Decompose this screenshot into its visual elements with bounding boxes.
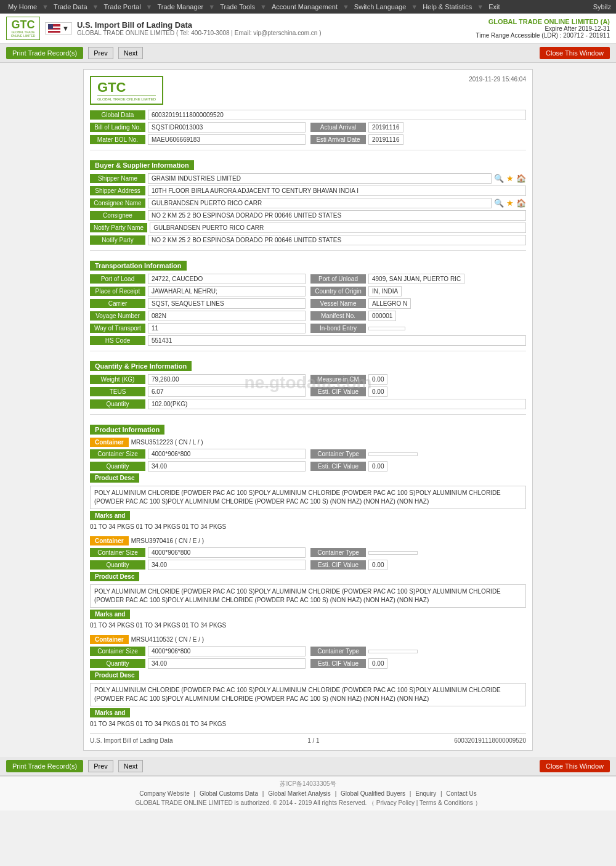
teus-cif-row: TEUS 6.07 Esti. CIF Value 0.00 [90, 386, 526, 397]
container-type-label-2: Container Type [310, 548, 366, 557]
container-qty-label-2: Quantity [90, 560, 145, 570]
nav-exit[interactable]: Exit [485, 2, 503, 12]
close-button[interactable]: Close This Window [540, 47, 610, 59]
bottom-print-button[interactable]: Print Trade Record(s) [6, 760, 83, 772]
container-2: Container MRSU3970416 ( CN / E / ) Conta… [90, 536, 526, 629]
quantity-section: Quantity & Price Information ne.gtodata.… [90, 356, 526, 409]
nav-trade-data[interactable]: Trade Data [51, 2, 91, 12]
footer-copyright: GLOBAL TRADE ONLINE LIMITED is authorize… [6, 799, 610, 807]
consignee-search-icon[interactable]: 🔍 [494, 198, 504, 208]
container-2-type-value [368, 551, 418, 555]
bol-row: Bill of Lading No. SQSTIDR0013003 Actual… [90, 122, 526, 133]
nav-account-management[interactable]: Account Management [269, 2, 341, 12]
container-3-qty-group: Quantity 34.00 [90, 658, 306, 669]
notify-party-name-label: Notify Party Name [90, 223, 147, 232]
footer-links: Company Website | Global Customs Data | … [6, 790, 610, 797]
page-header: GTC GLOBAL TRADE ONLINE LIMITED ▼ U.S. I… [0, 14, 616, 44]
port-row: Port of Load 24722, CAUCEDO Port of Unlo… [90, 274, 526, 284]
mater-bol-row: Mater BOL No. MAEU606669183 Esti Arrival… [90, 134, 526, 145]
shipper-address-label: Shipper Address [90, 186, 145, 195]
nav-trade-portal[interactable]: Trade Portal [100, 2, 144, 12]
prev-button[interactable]: Prev [88, 47, 113, 59]
main-content: GTC GLOBAL TRADE ONLINE LIMITED 2019-11-… [0, 63, 616, 757]
consignee-star-icon[interactable]: ★ [506, 198, 514, 208]
nav-menu: My Home ▼ Trade Data ▼ Trade Portal ▼ Tr… [5, 2, 503, 12]
home-icon[interactable]: 🏠 [516, 174, 526, 183]
esti-arrival-label: Esti Arrival Date [310, 135, 366, 144]
container-qty-label-3: Quantity [90, 659, 145, 668]
container-3-id: MRSU4110532 ( CN / E / ) [131, 636, 204, 643]
footer-global-qualified-buyers[interactable]: Global Qualified Buyers [341, 790, 405, 797]
nav-my-home[interactable]: My Home [5, 2, 40, 12]
nav-help-statistics[interactable]: Help & Statistics [419, 2, 475, 12]
flag-canton [48, 24, 53, 29]
footer-company-website[interactable]: Company Website [139, 790, 190, 797]
card-logo-text: GTC [97, 80, 126, 95]
print-button[interactable]: Print Trade Record(s) [6, 47, 83, 59]
logo-image: GTC GLOBAL TRADE ONLINE LIMITED [6, 17, 40, 40]
container-3-size-value: 4000*906*800 [148, 646, 306, 656]
header-left: GTC GLOBAL TRADE ONLINE LIMITED ▼ U.S. I… [6, 17, 322, 40]
page-footer: 苏ICP备14033305号 Company Website | Global … [0, 776, 616, 811]
voyage-manifest-row: Voyage Number 082N Manifest No. 000001 [90, 311, 526, 321]
country-origin-value: IN, INDIA [368, 286, 402, 296]
container-1-qty-value: 34.00 [148, 461, 306, 472]
footer-global-market-analysis[interactable]: Global Market Analysis [268, 790, 331, 797]
quantity-label: Quantity [90, 399, 145, 409]
esti-cif-label: Esti. CIF Value [310, 387, 366, 396]
actual-arrival-value: 20191116 [368, 122, 403, 133]
container-3: Container MRSU4110532 ( CN / E / ) Conta… [90, 635, 526, 727]
next-button[interactable]: Next [118, 47, 144, 59]
top-navigation: My Home ▼ Trade Data ▼ Trade Portal ▼ Tr… [0, 0, 616, 14]
esti-arrival-value: 20191116 [368, 134, 403, 145]
inbond-value [368, 327, 405, 330]
container-3-qty-row: Quantity 34.00 Esti. CIF Value 0.00 [90, 658, 526, 669]
container-2-size-value: 4000*906*800 [148, 547, 306, 558]
teus-group: TEUS 6.07 [90, 386, 306, 397]
shipper-address-value: 10TH FLOOR BIRLA AURORA ADJACENT TO CENT… [148, 186, 526, 196]
notify-party-row: Notify Party NO 2 KM 25 2 BO ESPINOSA DO… [90, 235, 526, 245]
footer-enquiry[interactable]: Enquiry [415, 790, 436, 797]
search-icon[interactable]: 🔍 [494, 174, 504, 183]
nav-switch-language[interactable]: Switch Language [351, 2, 409, 12]
flag-selector[interactable]: ▼ [45, 22, 72, 35]
measure-label: Measure in CM [310, 375, 366, 384]
marks-label-3: Marks and [90, 708, 526, 719]
mater-bol-label: Mater BOL No. [90, 135, 145, 144]
account-name: GLOBAL TRADE ONLINE LIMITED (A) [476, 18, 610, 25]
container-2-id: MRSU3970416 ( CN / E / ) [131, 537, 204, 544]
time-range: Time Range Accessible (LDR) : 200712 - 2… [476, 32, 610, 39]
divider-2 [90, 250, 526, 251]
consignee-home-icon[interactable]: 🏠 [516, 198, 526, 208]
product-desc-label-2: Product Desc [90, 572, 526, 582]
mater-bol-group: Mater BOL No. MAEU606669183 [90, 134, 306, 145]
container-1-size-value: 4000*906*800 [148, 449, 306, 459]
weight-group: Weight (KG) 79,260.00 [90, 374, 306, 385]
nav-trade-manager[interactable]: Trade Manager [154, 2, 206, 12]
footer-contact-us[interactable]: Contact Us [446, 790, 476, 797]
product-desc-label-1: Product Desc [90, 473, 526, 484]
container-1-cif-group: Esti. CIF Value 0.00 [310, 461, 526, 472]
bottom-close-button[interactable]: Close This Window [540, 760, 610, 772]
teus-label: TEUS [90, 387, 145, 396]
divider-4 [90, 414, 526, 415]
container-size-label-3: Container Size [90, 647, 145, 656]
hs-code-value: 551431 [148, 335, 526, 346]
marks-text-2: 01 TO 34 PKGS 01 TO 34 PKGS 01 TO 34 PKG… [90, 622, 526, 629]
shipper-name-label: Shipper Name [90, 174, 145, 183]
container-1-cif-value: 0.00 [368, 461, 387, 472]
transport-header: Transportation Information [90, 261, 187, 271]
footer-global-customs-data[interactable]: Global Customs Data [200, 790, 258, 797]
bottom-next-button[interactable]: Next [118, 760, 144, 772]
bottom-prev-button[interactable]: Prev [88, 760, 113, 772]
product-desc-3: POLY ALUMINIUM CHLORIDE (POWDER PAC AC 1… [90, 683, 526, 706]
inbond-label: In-bond Entry [310, 324, 366, 333]
nav-trade-tools[interactable]: Trade Tools [217, 2, 258, 12]
container-cif-label-2: Esti. CIF Value [310, 560, 366, 570]
place-receipt-value: JAWAHARLAL NEHRU; [148, 286, 306, 296]
star-icon[interactable]: ★ [506, 174, 514, 183]
container-size-label-2: Container Size [90, 548, 145, 557]
port-load-group: Port of Load 24722, CAUCEDO [90, 274, 306, 284]
bottom-toolbar: Print Trade Record(s) Prev Next Close Th… [0, 757, 616, 776]
container-2-cif-group: Esti. CIF Value 0.00 [310, 560, 526, 570]
